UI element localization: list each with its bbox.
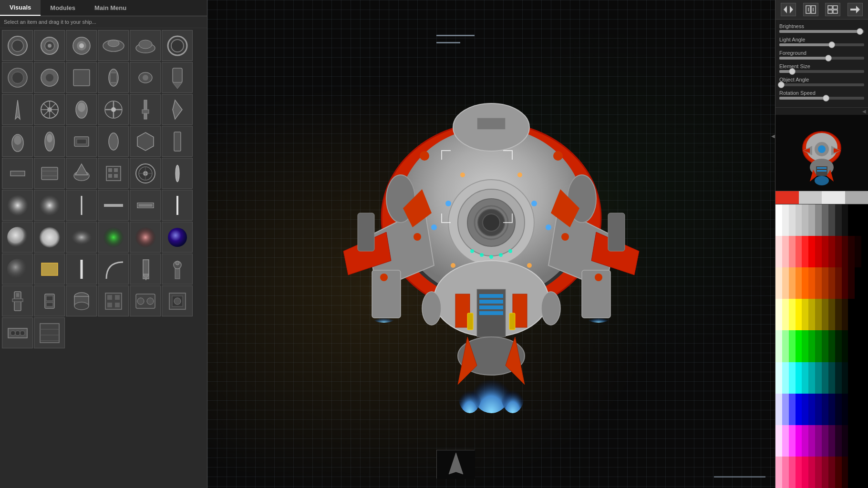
palette-color-cell[interactable] [842, 394, 848, 425]
palette-color-cell[interactable] [775, 236, 782, 267]
item-ring[interactable] [162, 30, 193, 61]
palette-color-cell[interactable] [835, 299, 842, 330]
palette-color-cell[interactable] [782, 236, 789, 267]
palette-color-cell[interactable] [855, 425, 861, 457]
item-hex-1[interactable] [130, 126, 161, 157]
palette-color-cell[interactable] [808, 394, 815, 425]
item-tower-1[interactable] [162, 254, 193, 285]
palette-color-cell[interactable] [775, 394, 782, 425]
item-large-2[interactable] [162, 285, 193, 316]
palette-color-cell[interactable] [861, 267, 868, 299]
palette-color-cell[interactable] [855, 299, 861, 330]
palette-color-cell[interactable] [802, 236, 808, 267]
palette-color-cell[interactable] [835, 362, 842, 394]
palette-color-cell[interactable] [802, 330, 808, 362]
palette-color-cell[interactable] [775, 299, 782, 330]
palette-color-cell[interactable] [822, 330, 828, 362]
tab-visuals[interactable]: Visuals [0, 0, 41, 16]
palette-color-cell[interactable] [848, 267, 855, 299]
color-swatch-red[interactable] [775, 191, 799, 204]
palette-color-cell[interactable] [802, 457, 808, 488]
palette-color-cell[interactable] [822, 457, 828, 488]
collapse-arrow[interactable]: ◀ [771, 133, 775, 139]
palette-color-cell[interactable] [848, 299, 855, 330]
palette-color-cell[interactable] [789, 299, 796, 330]
palette-color-cell[interactable] [808, 236, 815, 267]
palette-color-cell[interactable] [842, 330, 848, 362]
palette-color-cell[interactable] [782, 394, 789, 425]
item-glow-2[interactable] [34, 190, 65, 221]
element-size-track[interactable] [779, 70, 864, 73]
palette-color-cell[interactable] [808, 267, 815, 299]
item-saucer[interactable] [98, 30, 129, 61]
palette-color-cell[interactable] [855, 267, 861, 299]
palette-color-cell[interactable] [855, 204, 861, 236]
palette-color-cell[interactable] [782, 204, 789, 236]
palette-color-cell[interactable] [789, 457, 796, 488]
palette-color-cell[interactable] [848, 394, 855, 425]
light-angle-track[interactable] [779, 43, 864, 46]
palette-color-cell[interactable] [815, 267, 822, 299]
item-pink-glow[interactable] [130, 222, 161, 253]
palette-color-cell[interactable] [855, 394, 861, 425]
item-tall-rect[interactable] [162, 126, 193, 157]
item-purple-ball[interactable] [162, 222, 193, 253]
palette-color-cell[interactable] [828, 425, 835, 457]
export-btn[interactable] [847, 3, 863, 16]
item-oval-2[interactable] [34, 62, 65, 93]
item-cannon-1[interactable] [130, 94, 161, 125]
palette-color-cell[interactable] [828, 394, 835, 425]
palette-color-cell[interactable] [822, 425, 828, 457]
palette-color-cell[interactable] [828, 204, 835, 236]
palette-color-cell[interactable] [855, 362, 861, 394]
item-module-2[interactable] [34, 158, 65, 189]
palette-color-cell[interactable] [802, 362, 808, 394]
palette-color-cell[interactable] [822, 204, 828, 236]
object-angle-track[interactable] [779, 83, 864, 86]
palette-color-cell[interactable] [855, 236, 861, 267]
item-circle-glow[interactable] [66, 30, 97, 61]
palette-color-cell[interactable] [802, 394, 808, 425]
palette-color-cell[interactable] [796, 362, 802, 394]
palette-color-cell[interactable] [789, 267, 796, 299]
item-barrel[interactable] [66, 285, 97, 316]
item-module-1[interactable] [130, 62, 161, 93]
palette-color-cell[interactable] [861, 394, 868, 425]
item-large-4[interactable] [34, 317, 65, 348]
grid-view-btn[interactable] [825, 3, 840, 16]
item-gray-glow[interactable] [2, 254, 33, 285]
palette-color-cell[interactable] [822, 394, 828, 425]
palette-color-cell[interactable] [796, 267, 802, 299]
item-thruster-1[interactable] [162, 62, 193, 93]
item-hull-1[interactable] [98, 126, 129, 157]
palette-color-cell[interactable] [848, 457, 855, 488]
palette-color-cell[interactable] [802, 425, 808, 457]
palette-color-cell[interactable] [828, 362, 835, 394]
item-pod-1[interactable] [66, 94, 97, 125]
palette-color-cell[interactable] [796, 299, 802, 330]
color-swatch-gray3[interactable] [845, 191, 868, 204]
palette-color-cell[interactable] [796, 425, 802, 457]
palette-color-cell[interactable] [789, 362, 796, 394]
palette-color-cell[interactable] [775, 204, 782, 236]
item-soft-glow[interactable] [66, 222, 97, 253]
palette-color-cell[interactable] [796, 236, 802, 267]
palette-color-cell[interactable] [835, 394, 842, 425]
item-line-v[interactable] [162, 190, 193, 221]
palette-color-cell[interactable] [848, 204, 855, 236]
palette-color-cell[interactable] [861, 457, 868, 488]
palette-color-cell[interactable] [796, 457, 802, 488]
palette-color-cell[interactable] [842, 236, 848, 267]
foreground-track[interactable] [779, 57, 864, 60]
item-engine-1[interactable] [34, 285, 65, 316]
item-body-1[interactable] [98, 62, 129, 93]
item-large-3[interactable] [2, 317, 33, 348]
item-tower-2[interactable] [2, 285, 33, 316]
palette-color-cell[interactable] [842, 457, 848, 488]
palette-color-cell[interactable] [861, 362, 868, 394]
palette-color-cell[interactable] [828, 236, 835, 267]
item-glow-white[interactable] [34, 222, 65, 253]
palette-color-cell[interactable] [861, 425, 868, 457]
item-glow-ball[interactable] [2, 222, 33, 253]
palette-color-cell[interactable] [802, 204, 808, 236]
